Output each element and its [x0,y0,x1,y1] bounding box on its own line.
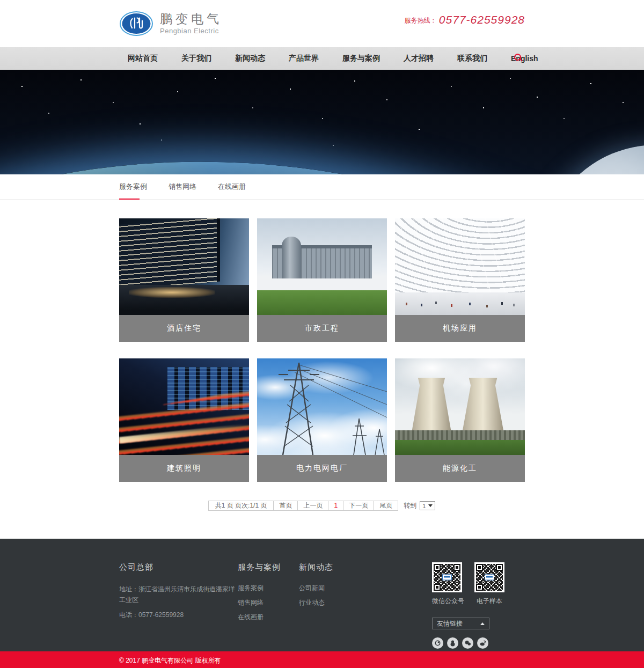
nav-item-products[interactable]: 产品世界 [289,54,319,63]
pagination: 共1 页 页次:1/1 页 首页 上一页 1 下一页 尾页 转到 1 [119,501,525,511]
nav-item-services-cases[interactable]: 服务与案例 [342,54,380,63]
case-caption: 机场应用 [395,315,525,342]
nav-item-contact[interactable]: 联系我们 [457,54,487,63]
transmission-tower-decor [257,358,387,455]
case-card-power[interactable]: 电力电网电厂 [257,358,387,482]
brand-name-cn: 鹏变电气 [160,12,222,26]
footer-link-online-album[interactable]: 在线画册 [238,613,299,622]
footer-phone: 电话：0577-62559928 [119,610,238,620]
footer-link-company-news[interactable]: 公司新闻 [299,584,333,593]
page-select[interactable]: 1 [420,501,435,510]
catalog-qr-label: 电子样本 [474,597,504,606]
decor [406,303,407,305]
case-image-lighting [119,358,249,455]
service-hotline: 服务热线： 0577-62559928 [404,13,525,26]
weibo-icon[interactable] [477,637,488,649]
nav-item-about[interactable]: 关于我们 [181,54,211,63]
copyright-text: © 2017 鹏变电气有限公司 版权所有 [119,656,525,665]
wechat-qr-item: 微信公众号 [432,562,464,606]
stars-decor [0,70,1,71]
friend-links-label: 友情链接 [437,619,463,628]
case-card-energy[interactable]: 能源化工 [395,358,525,482]
case-caption: 能源化工 [395,455,525,482]
decor [119,218,220,291]
case-card-airport[interactable]: 机场应用 [395,218,525,342]
case-caption: 市政工程 [257,315,387,342]
logo[interactable]: 鹏变电气 Pengbian Electric [119,11,222,36]
copyright-bar: © 2017 鹏变电气有限公司 版权所有 [0,651,644,668]
site-footer: 公司总部 地址：浙江省温州乐清市乐成街道潘家垟工业区 电话：0577-62559… [0,539,644,651]
caret-down-icon [428,504,433,507]
page-select-value: 1 [422,503,426,509]
main-nav: 网站首页 关于我们 新闻动态 产品世界 服务与案例 人才招聘 联系我们 Engl… [0,47,644,70]
qzone-icon[interactable] [432,637,443,649]
footer-news-title: 新闻动态 [299,562,333,572]
catalog-qr-code [474,562,504,592]
brand-name-en: Pengbian Electric [160,27,222,35]
wechat-icon[interactable] [462,637,473,649]
pagination-last[interactable]: 尾页 [374,501,398,511]
tab-sales-network[interactable]: 销售网络 [169,174,196,199]
decor [257,290,387,315]
sun-flare-decor [231,149,531,174]
wechat-qr-label: 微信公众号 [432,597,464,606]
pagination-next[interactable]: 下一页 [343,501,374,511]
decor [129,287,215,298]
footer-link-industry-news[interactable]: 行业动态 [299,598,333,607]
case-image-hotel [119,218,249,315]
tab-online-album[interactable]: 在线画册 [218,174,246,199]
footer-right-block: 微信公众号 电子样本 友情链接 [432,562,525,651]
catalog-qr-item: 电子样本 [474,562,504,606]
subnav: 服务案例 销售网络 在线画册 [0,174,644,200]
decor [395,292,525,315]
qq-icon[interactable] [447,637,458,649]
friend-links-select[interactable]: 友情链接 [432,618,489,629]
footer-news-column: 新闻动态 公司新闻 行业动态 [299,562,333,651]
social-icons-row [432,637,525,649]
case-image-energy [395,358,525,455]
pagination-first[interactable]: 首页 [273,501,298,511]
decor [395,430,525,441]
case-image-airport [395,218,525,315]
pagination-prev[interactable]: 上一页 [297,501,328,511]
footer-address: 地址：浙江省温州乐清市乐成街道潘家垟工业区 [119,584,238,606]
pagination-current-page: 1 [328,501,343,511]
moon-image [541,145,644,174]
hotline-label: 服务热线： [404,17,436,24]
pagination-summary: 共1 页 页次:1/1 页 [208,501,274,511]
case-card-civic[interactable]: 市政工程 [257,218,387,342]
hotline-number: 0577-62559928 [439,13,525,26]
tab-service-cases[interactable]: 服务案例 [119,174,147,199]
caret-up-icon [480,622,485,625]
nav-item-home[interactable]: 网站首页 [128,54,158,63]
case-caption: 酒店住宅 [119,315,249,342]
site-header: 鹏变电气 Pengbian Electric 服务热线： 0577-625599… [0,0,644,47]
footer-services-column: 服务与案例 服务案例 销售网络 在线画册 [238,562,299,651]
footer-company-hq: 公司总部 地址：浙江省温州乐清市乐成街道潘家垟工业区 电话：0577-62559… [119,562,238,651]
decor [282,237,301,278]
case-caption: 建筑照明 [119,455,249,482]
decor [395,440,525,455]
search-icon[interactable] [514,54,524,63]
wechat-qr-code [432,562,462,592]
case-card-lighting[interactable]: 建筑照明 [119,358,249,482]
case-image-civic [257,218,387,315]
footer-hq-title: 公司总部 [119,562,238,572]
footer-link-sales-network[interactable]: 销售网络 [238,598,299,607]
case-card-hotel[interactable]: 酒店住宅 [119,218,249,342]
logo-mark-icon [119,11,153,36]
case-image-power [257,358,387,455]
goto-label: 转到 [404,501,416,510]
footer-services-title: 服务与案例 [238,562,299,572]
footer-link-service-cases[interactable]: 服务案例 [238,584,299,593]
hero-banner: 服务案例 当前位置：首页 » 服务与案例 » 服务案例 [0,70,644,174]
page: 鹏变电气 Pengbian Electric 服务热线： 0577-625599… [0,0,644,668]
nav-item-jobs[interactable]: 人才招聘 [404,54,434,63]
case-caption: 电力电网电厂 [257,455,387,482]
case-list: 酒店住宅 市政工程 机场应用 [119,200,525,511]
nav-item-news[interactable]: 新闻动态 [235,54,265,63]
